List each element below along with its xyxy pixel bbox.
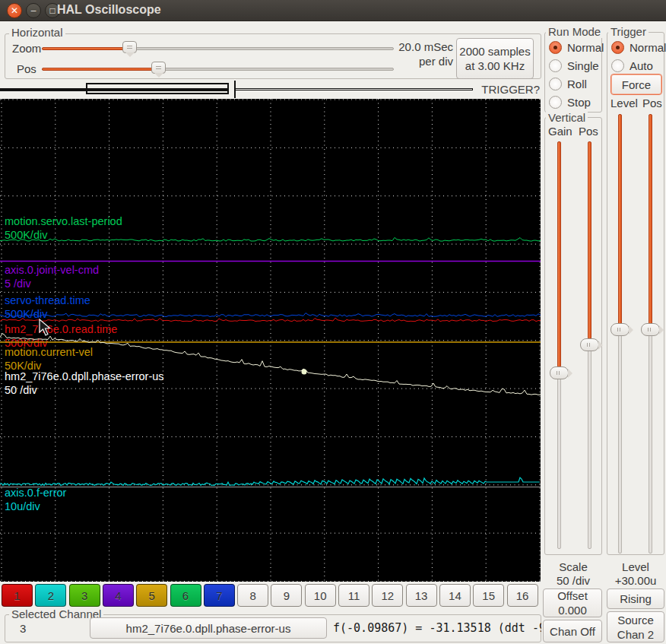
value-readout: f(-0.09867) = -31.13518 (ddt -95	[333, 621, 541, 636]
trace-name-label-6: axis.0.f-error	[5, 487, 67, 499]
trace-name-label-5: hm2_7i76e.0.dpll.phase-error-us	[5, 370, 164, 382]
samples-button[interactable]: 2000 samples at 3.00 KHz	[456, 38, 534, 79]
channel-12-button[interactable]: 12	[372, 584, 403, 607]
trace-6	[0, 477, 540, 486]
channel-4-button[interactable]: 4	[103, 584, 134, 607]
gain-label: Gain	[548, 125, 572, 138]
run-mode-stop-radio-icon	[549, 96, 562, 109]
selected-channel-name: hm2_7i76e.0.dpll.phase-error-us	[126, 621, 291, 636]
samples-line2: at 3.00 KHz	[465, 59, 525, 73]
channel-9-button[interactable]: 9	[271, 584, 302, 607]
vertical-pos-label: Pos	[579, 125, 598, 138]
run-mode-single-radio-label: Single	[567, 59, 599, 72]
run-mode-single-radio-icon	[549, 59, 562, 72]
channel-14-button[interactable]: 14	[439, 584, 471, 607]
rising-label: Rising	[620, 592, 652, 606]
trace-name-label-1: axis.0.joint-vel-cmd	[5, 264, 99, 276]
trigger-auto-radio-label: Auto	[630, 59, 653, 72]
run-mode-roll-radio[interactable]: Roll	[549, 76, 587, 91]
run-mode-group-label: Run Mode	[546, 25, 603, 38]
chan-off-button[interactable]: Chan Off	[543, 620, 602, 642]
gain-slider-handle[interactable]	[550, 366, 569, 379]
run-mode-roll-radio-label: Roll	[567, 78, 587, 90]
channel-5-button[interactable]: 5	[136, 584, 167, 607]
horizontal-group-label: Horizontal	[9, 26, 65, 39]
time-per-div-value: 20.0 mSec	[394, 40, 453, 53]
gain-slider-track[interactable]	[557, 141, 561, 549]
trigger-level-slider-handle[interactable]	[610, 323, 630, 336]
trigger-normal-radio[interactable]: Normal	[611, 40, 666, 55]
pos-slider-track[interactable]	[42, 68, 394, 71]
chan-off-label: Chan Off	[550, 624, 595, 639]
trace-name-label-4: motion.current-vel	[5, 346, 93, 358]
channel-3-button[interactable]: 3	[69, 584, 100, 607]
trigger-pos-slider-handle[interactable]	[641, 323, 660, 336]
run-mode-stop-radio-label: Stop	[567, 96, 591, 109]
trigger-indicator-label: TRIGGER?	[477, 83, 540, 96]
run-mode-single-radio[interactable]: Single	[549, 58, 599, 73]
channel-15-button[interactable]: 15	[473, 584, 504, 607]
channel-2-button[interactable]: 2	[35, 584, 66, 607]
trigger-group	[607, 32, 664, 555]
trace-scale-label-5: 50 /div	[5, 384, 37, 396]
channel-10-button[interactable]: 10	[305, 584, 336, 607]
samples-line1: 2000 samples	[459, 44, 530, 59]
channel-6-button[interactable]: 6	[170, 584, 201, 607]
run-mode-roll-radio-icon	[549, 78, 562, 90]
trigger-auto-radio[interactable]: Auto	[611, 58, 653, 73]
channel-8-button[interactable]: 8	[237, 584, 268, 607]
trace-name-label-0: motion.servo.last-period	[5, 215, 122, 227]
run-mode-normal-radio-icon	[549, 41, 562, 54]
scope-display[interactable]: motion.servo.last-period500K/divaxis.0.j…	[0, 99, 541, 582]
force-button[interactable]: Force	[610, 74, 662, 95]
channel-16-button[interactable]: 16	[507, 584, 538, 607]
offset-value: 0.000	[558, 603, 587, 617]
selected-channel-name-button[interactable]: hm2_7i76e.0.dpll.phase-error-us	[90, 617, 327, 639]
trigger-normal-radio-icon	[611, 41, 624, 54]
vertical-group	[544, 117, 602, 555]
trigger-normal-radio-label: Normal	[630, 41, 666, 54]
trigger-pos-label: Pos	[642, 97, 662, 109]
vertical-pos-slider-handle[interactable]	[580, 338, 599, 351]
window-title: HAL Oscilloscope	[57, 3, 161, 17]
trace-scale-label-0: 500K/div	[5, 229, 48, 241]
channel-13-button[interactable]: 13	[406, 584, 437, 607]
trace-2	[0, 313, 541, 317]
trace-0	[0, 237, 541, 241]
offset-button[interactable]: Offset 0.000	[543, 588, 602, 617]
trace-name-label-2: servo-thread.time	[5, 294, 90, 306]
zoom-label: Zoom	[12, 42, 41, 55]
level-value: +30.00u	[607, 574, 664, 587]
run-mode-normal-radio-label: Normal	[567, 41, 604, 54]
channel-1-button[interactable]: 1	[2, 584, 33, 607]
trace-scale-label-2: 500K/div	[5, 308, 48, 320]
level-caption: Level	[607, 560, 664, 573]
trace-name-label-3: hm2_7i76e.0.read.time	[5, 323, 117, 335]
trigger-level-label: Level	[610, 97, 638, 109]
time-per-div-caption: per div	[394, 55, 453, 68]
rising-button[interactable]: Rising	[607, 588, 664, 609]
selected-channel-number: 3	[20, 622, 26, 635]
record-remaining-bar	[235, 88, 473, 90]
zoom-slider-track[interactable]	[42, 47, 394, 50]
source-button[interactable]: Source Chan 2	[607, 611, 664, 642]
view-window-box[interactable]	[86, 83, 229, 94]
channel-11-button[interactable]: 11	[338, 584, 369, 607]
trigger-auto-radio-icon	[611, 59, 624, 72]
minimize-icon[interactable]: –	[26, 3, 41, 18]
scope-canvas: motion.servo.last-period500K/divaxis.0.j…	[0, 99, 541, 582]
vertical-group-label: Vertical	[546, 111, 588, 124]
run-mode-normal-radio[interactable]: Normal	[549, 40, 604, 55]
scale-caption: Scale	[544, 560, 602, 573]
trigger-group-label: Trigger	[608, 25, 649, 38]
trace-marker-dot	[302, 370, 307, 375]
run-mode-stop-radio[interactable]: Stop	[549, 94, 591, 109]
zoom-slider-handle[interactable]	[122, 41, 137, 53]
scale-value: 50 /div	[544, 574, 602, 587]
channel-7-button[interactable]: 7	[204, 584, 235, 607]
titlebar: ✕ – □ HAL Oscilloscope	[0, 0, 666, 21]
close-icon[interactable]: ✕	[7, 3, 22, 18]
pos-slider-handle[interactable]	[151, 62, 166, 74]
pos-label: Pos	[17, 62, 36, 75]
source-line2: Chan 2	[617, 627, 654, 642]
